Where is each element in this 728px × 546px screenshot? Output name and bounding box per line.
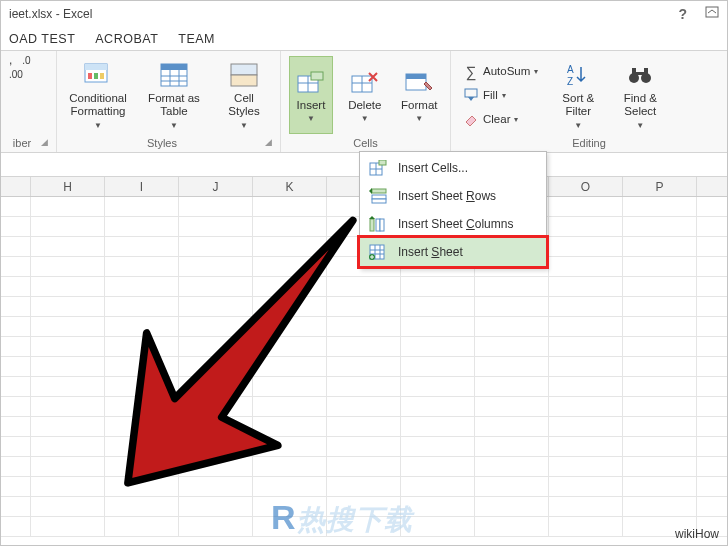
svg-rect-4 [94, 73, 98, 79]
cell-styles-icon [229, 60, 259, 90]
insert-cells-icon [368, 158, 388, 178]
sigma-icon: ∑ [463, 63, 479, 79]
insert-columns-icon [368, 214, 388, 234]
svg-rect-36 [372, 195, 386, 199]
delete-cells-icon [350, 67, 380, 97]
svg-rect-40 [380, 219, 384, 231]
dialog-launcher-icon[interactable]: ◢ [265, 137, 272, 147]
svg-rect-34 [379, 160, 386, 165]
watermark-wikihow: wikiHow [675, 527, 719, 541]
svg-rect-0 [706, 7, 718, 17]
svg-rect-28 [632, 68, 636, 74]
insert-button[interactable]: Insert ▼ [289, 56, 333, 134]
menu-insert-rows[interactable]: Insert Sheet Rows [360, 182, 546, 210]
menu-insert-columns[interactable]: Insert Sheet Columns [360, 210, 546, 238]
ribbon-toggle-icon[interactable] [705, 6, 719, 22]
col-header[interactable]: O [549, 177, 623, 196]
conditional-formatting-icon [83, 60, 113, 90]
svg-rect-2 [85, 64, 107, 70]
tab-loadtest[interactable]: OAD TEST [5, 28, 91, 50]
chevron-down-icon: ▼ [415, 114, 423, 123]
insert-rows-icon [368, 186, 388, 206]
svg-rect-12 [231, 64, 257, 75]
ribbon: , .0.00 iber◢ Conditional Formatting ▼ [1, 51, 727, 153]
svg-rect-38 [370, 219, 374, 231]
format-cells-icon [404, 67, 434, 97]
svg-rect-30 [636, 72, 644, 75]
col-header[interactable]: H [31, 177, 105, 196]
dialog-launcher-icon[interactable]: ◢ [41, 137, 48, 147]
chevron-down-icon: ▼ [170, 121, 178, 130]
app-window: ieet.xlsx - Excel ? OAD TEST ACROBAT TEA… [0, 0, 728, 546]
svg-rect-35 [372, 189, 386, 193]
autosum-button[interactable]: ∑ AutoSum ▾ [459, 60, 542, 82]
svg-rect-7 [161, 64, 187, 70]
fill-button[interactable]: Fill ▾ [459, 84, 542, 106]
svg-rect-22 [406, 74, 426, 79]
chevron-down-icon: ▼ [636, 121, 644, 130]
svg-rect-39 [376, 219, 380, 231]
col-header[interactable]: K [253, 177, 327, 196]
chevron-down-icon: ▼ [94, 121, 102, 130]
group-number: , .0.00 iber◢ [1, 51, 57, 152]
svg-rect-5 [100, 73, 104, 79]
chevron-down-icon: ▾ [502, 91, 506, 100]
eraser-icon [463, 111, 479, 127]
sort-icon: AZ [563, 60, 593, 90]
insert-dropdown-menu: Insert Cells... Insert Sheet Rows Insert… [359, 151, 547, 269]
col-header[interactable]: J [179, 177, 253, 196]
svg-rect-23 [465, 89, 477, 97]
watermark-cn: R热搜下载 [271, 498, 413, 539]
binoculars-icon [625, 60, 655, 90]
group-editing: ∑ AutoSum ▾ Fill ▾ [451, 51, 727, 152]
chevron-down-icon: ▾ [534, 67, 538, 76]
format-as-table-button[interactable]: Format as Table ▼ [141, 56, 207, 134]
svg-rect-37 [372, 199, 386, 203]
table-icon [159, 60, 189, 90]
svg-rect-3 [88, 73, 92, 79]
chevron-down-icon: ▾ [514, 115, 518, 124]
col-header[interactable]: I [105, 177, 179, 196]
svg-text:A: A [567, 64, 574, 75]
titlebar: ieet.xlsx - Excel ? [1, 1, 727, 27]
window-controls: ? [678, 6, 719, 22]
svg-rect-29 [644, 68, 648, 74]
col-header-partial[interactable] [1, 177, 31, 196]
conditional-formatting-button[interactable]: Conditional Formatting ▼ [65, 56, 131, 134]
cell-styles-button[interactable]: Cell Styles ▼ [217, 56, 271, 134]
svg-rect-17 [311, 72, 323, 80]
group-cells: Insert ▼ Delete ▼ Format ▼ [281, 51, 451, 152]
menu-insert-cells[interactable]: Insert Cells... [360, 154, 546, 182]
tab-acrobat[interactable]: ACROBAT [91, 28, 174, 50]
tab-team[interactable]: TEAM [174, 28, 231, 50]
ribbon-tabs: OAD TEST ACROBAT TEAM [1, 27, 727, 51]
chevron-down-icon: ▼ [574, 121, 582, 130]
window-title: ieet.xlsx - Excel [9, 7, 92, 21]
chevron-down-icon: ▼ [361, 114, 369, 123]
menu-insert-sheet[interactable]: Insert Sheet [360, 238, 546, 266]
svg-rect-13 [231, 75, 257, 86]
chevron-down-icon: ▼ [240, 121, 248, 130]
sort-filter-button[interactable]: AZ Sort & Filter ▼ [552, 56, 604, 134]
col-header[interactable]: P [623, 177, 697, 196]
clear-button[interactable]: Clear ▾ [459, 108, 542, 130]
insert-sheet-icon [368, 242, 388, 262]
format-button[interactable]: Format ▼ [397, 56, 442, 134]
help-icon[interactable]: ? [678, 6, 687, 22]
fill-down-icon [463, 87, 479, 103]
increase-decimal-icon[interactable]: .0.00 [9, 55, 31, 80]
find-select-button[interactable]: Find & Select ▼ [614, 56, 666, 134]
insert-cells-icon [296, 67, 326, 97]
svg-text:Z: Z [567, 76, 573, 87]
group-styles: Conditional Formatting ▼ Format as Table… [57, 51, 281, 152]
delete-button[interactable]: Delete ▼ [343, 56, 387, 134]
chevron-down-icon: ▼ [307, 114, 315, 123]
